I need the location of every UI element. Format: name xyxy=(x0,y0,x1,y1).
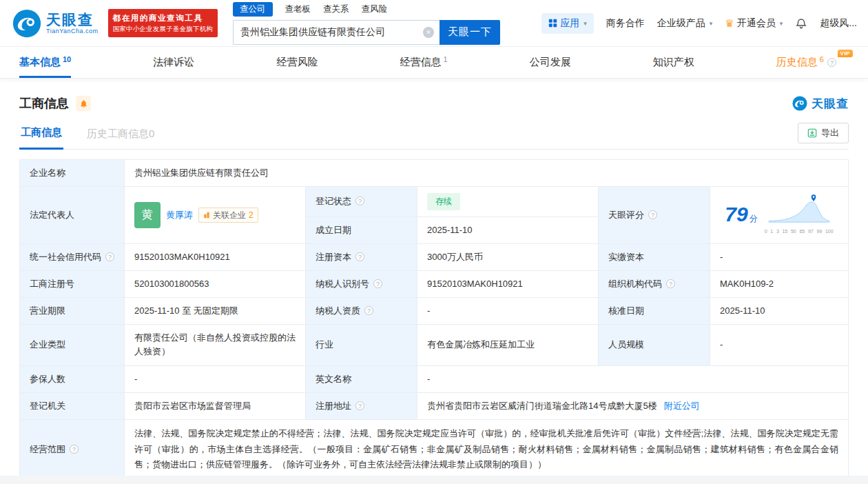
help-icon[interactable]: ? xyxy=(648,210,657,219)
field-label-text: 核准日期 xyxy=(608,305,644,316)
clear-search-icon[interactable]: ✕ xyxy=(423,27,434,38)
legal-rep-label: 法定代表人 xyxy=(20,187,125,244)
export-icon xyxy=(807,128,817,138)
field-label-text: 营业期限 xyxy=(30,305,65,316)
menu-business-cooperation[interactable]: 商务合作 xyxy=(606,17,645,30)
tab-legal-litigation[interactable]: 法律诉讼 xyxy=(153,47,194,78)
search-button[interactable]: 天眼一下 xyxy=(440,20,500,45)
table-row: 法定代表人 黄 黄厚涛 关联企业 2 登记状态? 存续 天眼评分? xyxy=(20,187,849,217)
menu-enterprise-products[interactable]: 企业级产品 ▾ xyxy=(657,17,713,30)
export-button[interactable]: 导出 xyxy=(798,123,849,143)
reg-address-value: 贵州省贵阳市云岩区威清门街道瑞金北路14号成黔大厦5楼附近公司 xyxy=(417,392,849,419)
tab-label: 经营信息 xyxy=(400,56,441,69)
tab-company-development[interactable]: 公司发展 xyxy=(530,47,571,78)
tianyancha-logo-icon xyxy=(792,96,807,111)
paid-capital-value: - xyxy=(710,243,849,270)
tab-operation-info[interactable]: 经营信息 1 xyxy=(400,47,447,78)
tab-label: 知识产权 xyxy=(653,56,694,69)
approval-date-value: 2025-11-10 xyxy=(710,298,849,325)
status-badge: 存续 xyxy=(427,193,460,210)
notification-bell-icon[interactable] xyxy=(795,17,807,30)
search-tab-risk[interactable]: 查风险 xyxy=(362,2,388,17)
slogan-line-1: 都在用的商业查询工具 xyxy=(113,12,214,24)
reg-authority-label: 登记机关 xyxy=(20,392,125,419)
products-label: 企业级产品 xyxy=(657,17,705,30)
search-tab-boss[interactable]: 查老板 xyxy=(285,2,311,17)
tab-label: 基本信息 xyxy=(19,56,61,69)
staff-size-value: - xyxy=(710,325,849,365)
field-label-text: 成立日期 xyxy=(316,225,351,235)
business-scope-label: 经营范围? xyxy=(20,419,125,479)
tab-operation-risk[interactable]: 经营风险 xyxy=(276,47,318,78)
help-icon[interactable]: ? xyxy=(355,252,364,261)
credit-code-label: 统一社会信用代码? xyxy=(20,243,125,270)
apps-menu-label: 应用 xyxy=(560,17,579,30)
search-input[interactable] xyxy=(234,21,440,44)
info-icon[interactable]: ? xyxy=(827,58,836,67)
nearby-companies-link[interactable]: 附近公司 xyxy=(664,401,700,411)
tab-label: 公司发展 xyxy=(530,56,571,69)
tab-count: 6 xyxy=(820,55,824,63)
monitor-bell-icon[interactable] xyxy=(76,96,91,111)
user-menu[interactable]: 超级风... xyxy=(820,17,857,30)
insured-count-label: 参保人数 xyxy=(20,365,125,392)
taxpayer-id-value: 91520103MAK0H10921 xyxy=(417,271,599,298)
business-term-label: 营业期限 xyxy=(20,298,125,325)
footer-strip xyxy=(0,476,868,484)
open-vip-label: 开通会员 xyxy=(737,17,776,30)
score-distribution-chart xyxy=(765,194,834,223)
taxpayer-id-label: 纳税人识别号? xyxy=(306,271,417,298)
field-label-text: 登记状态 xyxy=(316,196,351,206)
business-term-value: 2025-11-10 至 无固定期限 xyxy=(125,298,306,325)
tab-intellectual-property[interactable]: 知识产权 xyxy=(653,47,694,78)
logo-title: 天眼查 xyxy=(46,12,99,28)
page: { "colors": { "primary_blue": "#0b6dd3",… xyxy=(0,0,868,484)
staff-size-label: 人员规模 xyxy=(599,325,710,365)
tab-count: 1 xyxy=(443,55,447,63)
help-icon[interactable]: ? xyxy=(105,252,114,261)
subtab-business-info[interactable]: 工商信息 xyxy=(19,123,63,150)
related-companies-badge[interactable]: 关联企业 2 xyxy=(198,208,258,223)
building-icon xyxy=(203,212,210,219)
help-icon[interactable]: ? xyxy=(364,306,373,315)
section-head: 工商信息 天眼查 xyxy=(19,95,849,112)
field-label-text: 人员规模 xyxy=(608,339,644,350)
subtab-history-business-info[interactable]: 历史工商信息0 xyxy=(85,125,156,149)
tianyancha-logo[interactable]: 天眼查 TianYanCha.com xyxy=(12,9,99,38)
tab-history-info[interactable]: 历史信息 6 ? VIP xyxy=(776,47,836,78)
field-label-text: 注册地址 xyxy=(316,401,351,411)
help-icon[interactable]: ? xyxy=(666,279,675,288)
reg-authority-value: 贵阳市云岩区市场监督管理局 xyxy=(125,392,306,419)
grid-icon xyxy=(548,19,557,28)
brand-slogan-badge: 都在用的商业查询工具 国家中小企业发展子基金旗下机构 xyxy=(108,9,218,37)
taxpayer-quality-value: - xyxy=(417,298,599,325)
chevron-down-icon: ▾ xyxy=(780,20,783,27)
score-label: 天眼评分? xyxy=(599,187,710,244)
table-row: 登记机关 贵阳市云岩区市场监督管理局 注册地址? 贵州省贵阳市云岩区威清门街道瑞… xyxy=(20,392,849,419)
cooperation-label: 商务合作 xyxy=(606,17,645,30)
help-icon[interactable]: ? xyxy=(355,196,364,205)
help-icon[interactable]: ? xyxy=(355,401,364,410)
crown-icon: ♛ xyxy=(725,18,734,28)
search-tab-relation[interactable]: 查关系 xyxy=(323,2,349,17)
menu-open-vip[interactable]: ♛ 开通会员 ▾ xyxy=(725,17,783,30)
insured-count-value: - xyxy=(125,365,306,392)
tab-count: 10 xyxy=(63,55,71,63)
help-icon[interactable]: ? xyxy=(70,445,79,454)
tab-basic-info[interactable]: 基本信息 10 xyxy=(19,47,71,78)
search-tab-company[interactable]: 查公司 xyxy=(233,2,273,17)
subtabs-row: 工商信息 历史工商信息0 导出 xyxy=(19,123,849,150)
tianyan-score[interactable]: 79分 0131550659799100 xyxy=(714,194,844,236)
page-title: 工商信息 xyxy=(19,95,69,112)
legal-rep-name-link[interactable]: 黄厚涛 xyxy=(166,208,193,222)
help-icon[interactable]: ? xyxy=(373,279,382,288)
export-label: 导出 xyxy=(821,127,839,139)
chevron-down-icon: ▾ xyxy=(710,20,713,27)
field-label-text: 组织机构代码 xyxy=(608,279,662,289)
legal-rep-avatar[interactable]: 黄 xyxy=(134,202,161,228)
top-header: 天眼查 TianYanCha.com 都在用的商业查询工具 国家中小企业发展子基… xyxy=(0,0,868,47)
logo-domain: TianYanCha.com xyxy=(46,28,99,34)
apps-menu[interactable]: 应用 ▾ xyxy=(541,13,594,34)
chevron-down-icon: ▾ xyxy=(583,20,587,27)
field-label-text: 企业名称 xyxy=(30,168,65,178)
